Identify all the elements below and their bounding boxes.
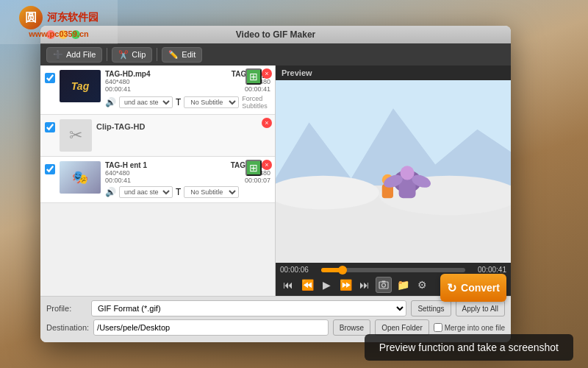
file-item-1: Tag TAG-HD.mp4 TAG-HD.gif 640*480 640*48… (40, 66, 275, 115)
profile-row: Profile: GIF Format (*.gif) Settings App… (46, 300, 505, 316)
source-name-1: TAG-HD.mp4 (105, 70, 150, 78)
add-output-btn-2[interactable]: ⊞ (245, 160, 262, 176)
add-file-button[interactable]: ➕ Add File (46, 47, 102, 63)
watermark-logo-icon: 圆 (19, 6, 43, 29)
settings-ctrl-button[interactable]: ⚙ (414, 277, 430, 293)
edit-icon: ✏️ (168, 50, 179, 60)
progress-bar[interactable] (321, 268, 465, 272)
play-button[interactable]: ▶ (318, 277, 334, 293)
subtitle-icon-1: T (176, 97, 181, 107)
settings-button[interactable]: Settings (411, 300, 451, 316)
camera-icon (379, 280, 389, 290)
browse-button[interactable]: Browse (333, 319, 370, 336)
preview-video (276, 80, 511, 263)
clip-name-1: Clip-TAG-HD (96, 122, 145, 131)
step-forward-button[interactable]: ⏩ (337, 277, 354, 293)
audio-select-1[interactable]: und aac ste (119, 96, 173, 108)
svg-rect-14 (382, 281, 386, 283)
file-list-panel: Tag TAG-HD.mp4 TAG-HD.gif 640*480 640*48… (40, 66, 276, 296)
profile-label: Profile: (46, 304, 87, 313)
audio-select-2[interactable]: und aac ste (119, 186, 173, 198)
apply-to-all-button[interactable]: Apply to All (456, 300, 505, 316)
file-duration-2: 00:00:41 00:00:07 (105, 177, 270, 184)
source-name-2: TAG-H ent 1 (105, 161, 147, 169)
content-area: Tag TAG-HD.mp4 TAG-HD.gif 640*480 640*48… (40, 66, 511, 296)
subtitle-select-2[interactable]: No Subtitle (184, 186, 239, 198)
seek-start-button[interactable]: ⏮ (280, 277, 296, 293)
source-dur-1: 00:00:41 (105, 85, 131, 93)
svg-rect-12 (379, 282, 388, 289)
clip-item-1: ✂ Clip-TAG-HD × (40, 115, 275, 157)
svg-point-13 (382, 283, 386, 287)
preview-panel: Preview (276, 66, 511, 296)
seek-end-button[interactable]: ⏭ (356, 277, 373, 293)
merge-text: Merge into one file (445, 324, 505, 332)
forced-label-1: Forced Subtitles (242, 95, 270, 110)
delete-btn-2[interactable]: × (262, 160, 272, 170)
edit-label: Edit (182, 50, 196, 59)
tooltip-banner: Preview function and take a screenshot (365, 334, 573, 361)
clip-button[interactable]: ✂️ Clip (112, 47, 152, 63)
time-row: 00:00:06 00:00:41 (280, 266, 506, 274)
watermark-url: www.pc0359.cn (29, 29, 89, 38)
step-back-button[interactable]: ⏪ (299, 277, 315, 293)
file-thumb-1: Tag (60, 70, 101, 102)
file-thumb-2: 🎭 (60, 161, 101, 194)
audio-icon-1: 🔊 (105, 97, 116, 107)
profile-select[interactable]: GIF Format (*.gif) (91, 300, 406, 316)
subtitle-icon-2: T (176, 187, 181, 197)
time-total: 00:00:41 (470, 266, 506, 274)
subtitle-select-1[interactable]: No Subtitle (184, 96, 239, 108)
source-res-1: 640*480 (105, 78, 130, 85)
screenshot-button[interactable] (376, 277, 392, 293)
open-folder-button[interactable]: Open Folder (375, 319, 429, 336)
edit-button[interactable]: ✏️ Edit (162, 47, 202, 63)
add-file-icon: ➕ (53, 50, 63, 60)
file-checkbox-1[interactable] (45, 73, 55, 83)
add-output-icon-2: ⊞ (249, 162, 258, 174)
app-window: Video to GIF Maker ➕ Add File ✂️ Clip ✏️… (40, 26, 511, 342)
file-item-2: 🎭 TAG-H ent 1 TAG-H 1.nif 640*480 640*48… (40, 157, 275, 203)
file-meta-2: 🔊 und aac ste T No Subtitle (105, 186, 270, 198)
time-current: 00:00:06 (280, 266, 317, 274)
merge-label: Merge into one file (434, 323, 505, 332)
clip-scissors-icon: ✂ (69, 126, 82, 145)
clip-thumb-1: ✂ (60, 119, 92, 152)
clip-label: Clip (132, 50, 146, 59)
watermark-site-name: 河东软件园 (47, 11, 98, 24)
preview-label: Preview (276, 66, 511, 80)
file-meta-1: 🔊 und aac ste T No Subtitle Forced Subti… (105, 95, 270, 110)
convert-icon: ↻ (447, 281, 456, 295)
add-file-label: Add File (66, 50, 96, 59)
preview-scene (276, 80, 511, 263)
destination-row: Destination: Browse Open Folder Merge in… (46, 319, 505, 336)
add-output-icon-1: ⊞ (249, 71, 258, 82)
toolbar-divider-2 (157, 48, 157, 61)
source-res-2: 640*480 (105, 169, 130, 177)
convert-button[interactable]: ↻ Convert (440, 274, 506, 302)
delete-clip-btn-1[interactable]: × (262, 118, 272, 128)
output-dur-2: 00:00:07 (245, 177, 270, 184)
toolbar: ➕ Add File ✂️ Clip ✏️ Edit (40, 43, 511, 66)
toolbar-divider-1 (107, 48, 107, 61)
destination-input[interactable] (93, 319, 329, 336)
window-title: Video to GIF Maker (236, 29, 315, 40)
preview-svg (276, 80, 511, 263)
file-checkbox-2[interactable] (45, 164, 55, 174)
clip-icon: ✂️ (118, 50, 129, 60)
clip-checkbox-1[interactable] (45, 122, 55, 132)
tooltip-text: Preview function and take a screenshot (379, 342, 559, 353)
merge-checkbox[interactable] (434, 323, 442, 332)
file-duration-1: 00:00:41 00:00:41 (105, 85, 270, 93)
folder-button[interactable]: 📁 (395, 277, 411, 293)
watermark: 圆 河东软件园 www.pc0359.cn (0, 0, 118, 44)
progress-thumb (338, 266, 347, 275)
source-dur-2: 00:00:41 (105, 177, 131, 184)
destination-label: Destination: (46, 323, 89, 332)
audio-icon-2: 🔊 (105, 187, 116, 197)
add-output-btn-1[interactable]: ⊞ (245, 68, 262, 85)
delete-btn-1[interactable]: × (262, 68, 272, 79)
convert-label: Convert (461, 282, 500, 294)
output-dur-1: 00:00:41 (245, 85, 270, 93)
